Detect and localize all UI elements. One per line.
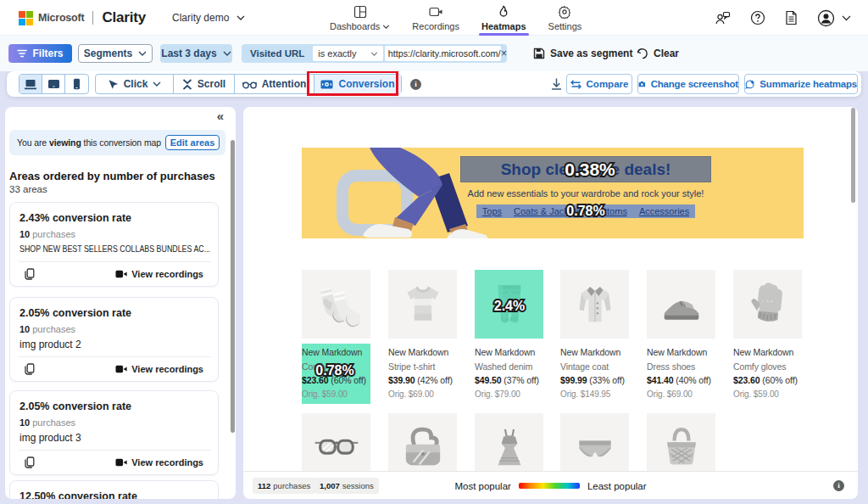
basket-image xyxy=(659,425,704,471)
product-name: Comfy gloves xyxy=(733,360,802,374)
site-nav-link[interactable]: Tops xyxy=(482,206,502,216)
view-recordings-button[interactable]: View recordings xyxy=(115,457,203,468)
purchases-count: 10purchases xyxy=(19,417,75,428)
conversion-rate: 2.43% conversion rate xyxy=(19,212,131,224)
account-menu[interactable] xyxy=(817,9,851,27)
info-icon[interactable]: i xyxy=(833,480,844,491)
dress-image xyxy=(487,425,532,471)
copy-icon[interactable] xyxy=(25,456,35,468)
device-desktop-button[interactable] xyxy=(19,75,42,93)
product-orig-price: Orig. $59.00 xyxy=(733,388,802,402)
product-name: Stripe t-shirt xyxy=(388,360,457,374)
release-notes-icon[interactable] xyxy=(785,10,798,25)
copy-icon[interactable] xyxy=(25,363,35,375)
header-actions xyxy=(715,0,851,36)
recordings-icon xyxy=(429,4,443,19)
save-as-segment-button[interactable]: Save as segment xyxy=(533,44,632,63)
url-operator-select[interactable]: is exactly xyxy=(313,46,382,61)
device-tablet-button[interactable] xyxy=(42,75,65,93)
active-tab-underline xyxy=(479,33,529,36)
heatmaps-icon xyxy=(498,4,509,19)
popularity-gradient xyxy=(519,483,580,489)
product-name: Washed denim xyxy=(475,360,543,374)
chevron-down-icon xyxy=(370,52,378,56)
product-image-shoes xyxy=(647,270,715,339)
handbag-image xyxy=(399,424,447,472)
remove-url-filter-button[interactable]: × xyxy=(501,44,507,63)
viewing-banner: You are viewing this conversion map Edit… xyxy=(9,130,225,155)
area-card: 2.05% conversion rate 10purchases img pr… xyxy=(9,390,219,475)
area-name: SHOP NEW BEST SELLERS COLLABS BUNDLES AC… xyxy=(19,244,205,254)
desktop-icon xyxy=(24,79,37,90)
mode-attention-button[interactable]: Attention xyxy=(235,75,314,93)
edit-areas-button[interactable]: Edit areas xyxy=(165,135,220,150)
product-tile: 2.4% New Markdown Washed denim $49.50 (3… xyxy=(475,270,543,401)
brand-divider xyxy=(92,11,93,25)
view-recordings-button[interactable]: View recordings xyxy=(115,269,203,279)
project-name: Clarity demo xyxy=(172,12,229,24)
view-recordings-button[interactable]: View recordings xyxy=(115,364,203,374)
product-image-jeans: 2.4% xyxy=(475,270,543,339)
product-text: New Markdown Stripe t-shirt $39.90 (42% … xyxy=(388,345,457,401)
product-orig-price: Orig. $69.00 xyxy=(388,388,457,402)
mode-conversion-button[interactable]: Conversion xyxy=(314,75,401,93)
sidebar-scrollbar[interactable] xyxy=(231,140,235,433)
mode-click-button[interactable]: Click xyxy=(96,75,174,93)
attention-glasses-icon xyxy=(242,80,257,89)
clear-filters-button[interactable]: Clear xyxy=(637,44,679,63)
areas-count: 33 areas xyxy=(9,184,47,194)
url-value-input[interactable]: https://clarity.microsoft.com/ xyxy=(385,46,501,61)
video-camera-icon xyxy=(115,365,127,373)
product-tile: New Markdown Vintage coat $99.99 (33% of… xyxy=(560,270,629,401)
device-mobile-button[interactable] xyxy=(65,75,88,93)
tab-settings[interactable]: Settings xyxy=(548,3,583,37)
segments-dropdown[interactable]: Segments xyxy=(78,44,153,63)
heatmap-footer-bar: 112purchases 1,007sessions Most popular … xyxy=(243,471,858,499)
popularity-legend: Most popular Least popular xyxy=(243,472,858,499)
site-nav-link[interactable]: Accessories xyxy=(639,206,689,216)
conversion-money-icon xyxy=(320,80,333,89)
date-range-dropdown[interactable]: Last 3 days xyxy=(160,44,232,63)
product-tag: New Markdown xyxy=(475,345,543,360)
main-scrollbar[interactable] xyxy=(851,108,855,203)
conversion-rate: 2.05% conversion rate xyxy=(19,307,131,319)
feedback-icon[interactable] xyxy=(715,11,731,25)
copilot-sparkle-icon xyxy=(745,79,754,90)
chevron-down-icon xyxy=(223,51,231,56)
copy-icon[interactable] xyxy=(25,268,35,280)
help-icon[interactable] xyxy=(750,10,765,25)
tab-heatmaps[interactable]: Heatmaps xyxy=(481,3,527,37)
filter-bar: Filters Segments Last 3 days Visited URL… xyxy=(0,36,868,71)
download-icon[interactable] xyxy=(551,78,562,90)
product-price: $39.90 (42% off) xyxy=(388,373,457,388)
filters-button[interactable]: Filters xyxy=(8,44,72,63)
chevron-down-icon xyxy=(153,81,161,87)
ms-square-yellow xyxy=(26,19,33,25)
filter-icon xyxy=(17,49,27,58)
product-tag: New Markdown xyxy=(560,345,629,360)
top-header: Microsoft Clarity Clarity demo Dashboard… xyxy=(0,0,868,36)
heatmap-canvas: Shop clearance deals! 0.38% Add new esse… xyxy=(243,107,858,499)
compare-button[interactable]: Compare xyxy=(566,74,632,94)
conversion-rate: 12.50% conversion rate xyxy=(19,490,137,499)
product-tag: New Markdown xyxy=(388,345,457,360)
change-screenshot-button[interactable]: Change screenshot xyxy=(637,74,739,94)
product-text: New Markdown Dress shoes $41.40 (40% off… xyxy=(647,345,715,401)
project-selector[interactable]: Clarity demo xyxy=(172,12,245,24)
camera-icon xyxy=(638,79,646,89)
info-icon[interactable]: i xyxy=(410,79,421,90)
summarize-heatmaps-button[interactable]: Summarize heatmaps xyxy=(744,74,858,94)
tab-recordings[interactable]: Recordings xyxy=(411,3,460,37)
tab-dashboards[interactable]: Dashboards xyxy=(329,3,391,37)
area-name: img product 3 xyxy=(19,432,236,444)
product-price: $41.40 (40% off) xyxy=(647,373,715,388)
viewing-text: You are viewing this conversion map xyxy=(9,137,161,148)
clarity-wordmark: Clarity xyxy=(102,9,146,26)
product-name: Vintage coat xyxy=(560,360,629,374)
mode-scroll-button[interactable]: Scroll xyxy=(174,75,235,93)
product-tile: New Markdown Dress shoes $41.40 (40% off… xyxy=(647,270,715,401)
product-orig-price: Orig. $69.00 xyxy=(647,388,715,402)
video-camera-icon xyxy=(115,458,127,467)
conversion-badge-title: 0.38% xyxy=(565,160,615,180)
collapse-sidebar-icon[interactable]: « xyxy=(217,109,224,123)
